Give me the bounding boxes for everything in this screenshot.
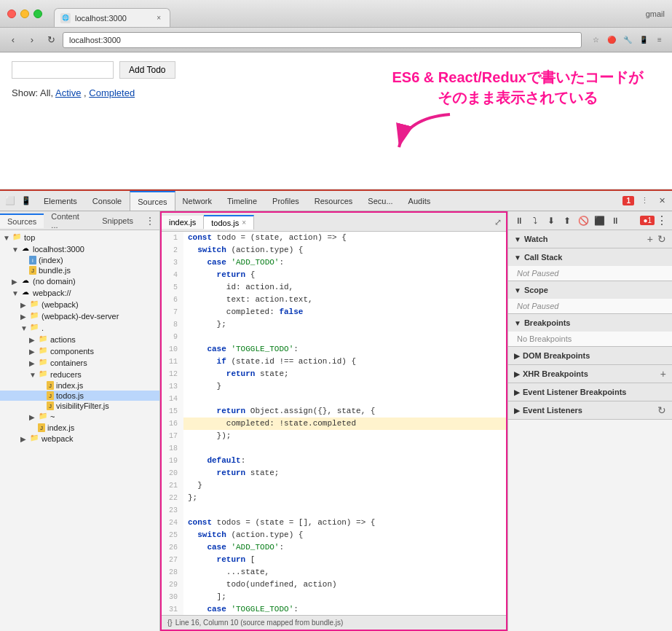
filter-active-link[interactable]: Active — [55, 87, 81, 98]
address-bar[interactable] — [63, 32, 582, 48]
browser-tab[interactable]: 🌐 localhost:3000 × — [54, 8, 170, 27]
watch-add-button[interactable]: + — [647, 233, 653, 245]
devtools-icon-responsive[interactable]: 📱 — [19, 194, 33, 208]
debug-section-callstack-header[interactable]: ▼ Call Stack — [508, 248, 672, 266]
tree-item-visibility[interactable]: J visibilityFilter.js — [0, 401, 159, 411]
xhr-add-button[interactable]: + — [660, 368, 666, 380]
code-editor[interactable]: 1const todo = (state, action) => { 2 swi… — [162, 232, 506, 615]
code-line-3: 3 case 'ADD_TODO': — [162, 256, 506, 269]
tab-console[interactable]: Console — [85, 191, 130, 211]
code-line-2: 2 switch (action.type) { — [162, 244, 506, 256]
tree-item-webpack-folder[interactable]: ▶ 📁 (webpack) — [0, 299, 159, 310]
devtools-icon-inspect[interactable]: ⬜ — [3, 194, 17, 208]
tab-elements[interactable]: Elements — [36, 191, 85, 211]
minimize-traffic-light[interactable] — [20, 9, 29, 18]
code-line-5: 5 id: action.id, — [162, 281, 506, 294]
code-status-bar: {} Line 16, Column 10 (source mapped fro… — [162, 615, 506, 630]
file-icon-bundle: J — [29, 266, 36, 275]
code-line-12: 12 return state; — [162, 368, 506, 380]
debug-async-button[interactable]: ⏸ — [609, 214, 622, 227]
forward-button[interactable]: › — [25, 33, 39, 47]
code-line-9: 9 — [162, 331, 506, 343]
watch-refresh-button[interactable]: ↻ — [657, 233, 666, 245]
tree-item-todos[interactable]: J todos.js — [0, 391, 159, 401]
tree-item-reducers[interactable]: ▼ 📁 reducers — [0, 369, 159, 380]
file-icon-reducers-index: J — [47, 381, 54, 390]
show-label: Show: — [12, 87, 38, 98]
maximize-traffic-light[interactable] — [33, 9, 42, 18]
debug-toolbar: ⏸ ⤵ ⬇ ⬆ 🚫 ⬛ ⏸ ●1 ⋮ — [508, 211, 672, 230]
annotation-arrow — [392, 111, 479, 154]
tree-item-webpack-dev[interactable]: ▶ 📁 (webpack)-dev-server — [0, 310, 159, 322]
tree-item-webpack[interactable]: ▼ ☁ webpack:// — [0, 287, 159, 299]
close-traffic-light[interactable] — [7, 9, 16, 18]
devtools-close-button[interactable]: ✕ — [655, 194, 669, 208]
debug-step-out-button[interactable]: ⬆ — [561, 214, 574, 227]
code-line-14: 14 — [162, 393, 506, 405]
file-tab-snippets[interactable]: Snippets — [95, 214, 141, 227]
debug-section-xhr-header[interactable]: ▶ XHR Breakpoints + — [508, 365, 672, 383]
back-button[interactable]: ‹ — [6, 33, 20, 47]
tree-item-actions[interactable]: ▶ 📁 actions — [0, 334, 159, 345]
file-icon-todos: J — [47, 391, 54, 400]
filter-completed-link[interactable]: Completed — [89, 87, 135, 98]
tab-resources[interactable]: Resources — [307, 191, 361, 211]
debug-more-button[interactable]: ⋮ — [656, 213, 668, 227]
tree-item-webpack2[interactable]: ▶ 📁 webpack — [0, 433, 159, 444]
file-tab-content[interactable]: Content ... — [44, 211, 95, 232]
tab-security[interactable]: Secu... — [360, 191, 400, 211]
code-line-24: 24const todos = (state = [], action) => … — [162, 517, 506, 529]
debug-section-watch: ▼ Watch + ↻ — [508, 230, 672, 248]
file-tab-sources[interactable]: Sources — [0, 213, 44, 228]
code-tab-close-todos[interactable]: × — [242, 219, 246, 227]
no-breakpoints-text: No Breakpoints — [508, 332, 672, 346]
debug-section-watch-header[interactable]: ▼ Watch + ↻ — [508, 230, 672, 248]
annotation-line1: ES6 & React/Reduxで書いたコードが — [392, 67, 643, 87]
tab-sources[interactable]: Sources — [130, 191, 175, 211]
file-tab-more[interactable]: ⋮ — [141, 215, 159, 227]
tree-item-reducers-index[interactable]: J index.js — [0, 380, 159, 391]
todo-input[interactable] — [12, 61, 114, 79]
tree-item-components[interactable]: ▶ 📁 components — [0, 345, 159, 357]
browser-action-icon2: 🔧 — [621, 34, 634, 47]
code-expand-button[interactable]: ⤢ — [490, 217, 506, 227]
folder-icon-webpack-dev: 📁 — [29, 311, 39, 321]
debug-section-eventlisteners-header[interactable]: ▶ Event Listeners ↻ — [508, 401, 672, 419]
browser-menu-icon[interactable]: ≡ — [653, 34, 666, 47]
tab-audits[interactable]: Audits — [401, 191, 439, 211]
add-todo-button[interactable]: Add Todo — [119, 61, 175, 79]
tree-item-index-root[interactable]: i (index) — [0, 255, 159, 265]
debug-deactivate-button[interactable]: 🚫 — [577, 214, 590, 227]
tree-item-localhost[interactable]: ▼ ☁ localhost:3000 — [0, 243, 159, 255]
tab-title: localhost:3000 — [75, 14, 127, 23]
debug-step-over-button[interactable]: ⤵ — [529, 214, 542, 227]
code-tab-index[interactable]: index.js — [162, 216, 204, 229]
debug-pause-button[interactable]: ⏸ — [513, 214, 526, 227]
debug-section-dom-header[interactable]: ▶ DOM Breakpoints — [508, 347, 672, 364]
refresh-button[interactable]: ↻ — [44, 33, 58, 47]
debug-blackbox-button[interactable]: ⬛ — [593, 214, 606, 227]
tree-item-containers[interactable]: ▶ 📁 containers — [0, 357, 159, 369]
tree-item-dot[interactable]: ▼ 📁 . — [0, 322, 159, 334]
debug-section-breakpoints-header[interactable]: ▼ Breakpoints — [508, 314, 672, 332]
event-listeners-refresh-button[interactable]: ↻ — [657, 404, 666, 416]
tree-item-dot-index[interactable]: J index.js — [0, 423, 159, 433]
debug-section-event-header[interactable]: ▶ Event Listener Breakpoints — [508, 383, 672, 401]
tree-item-nodomain[interactable]: ▶ ☁ (no domain) — [0, 275, 159, 287]
code-tab-todos[interactable]: todos.js × — [204, 215, 254, 230]
code-line-4: 4 return { — [162, 269, 506, 281]
debug-step-into-button[interactable]: ⬇ — [545, 214, 558, 227]
tree-item-bundle[interactable]: J bundle.js — [0, 265, 159, 275]
tab-close-button[interactable]: × — [157, 14, 161, 22]
devtools-more-button[interactable]: ⋮ — [637, 194, 652, 208]
tab-network[interactable]: Network — [175, 191, 220, 211]
folder-icon-tilde: 📁 — [38, 412, 48, 422]
code-line-8: 8 }; — [162, 318, 506, 331]
tree-item-top[interactable]: ▼ 📁 top — [0, 232, 159, 243]
code-line-16: 16 completed: !state.completed — [162, 418, 506, 430]
code-line-29: 29 todo(undefined, action) — [162, 579, 506, 591]
tab-profiles[interactable]: Profiles — [265, 191, 307, 211]
tab-timeline[interactable]: Timeline — [220, 191, 265, 211]
debug-section-scope-header[interactable]: ▼ Scope — [508, 281, 672, 299]
tree-item-tilde[interactable]: ▶ 📁 ~ — [0, 411, 159, 423]
